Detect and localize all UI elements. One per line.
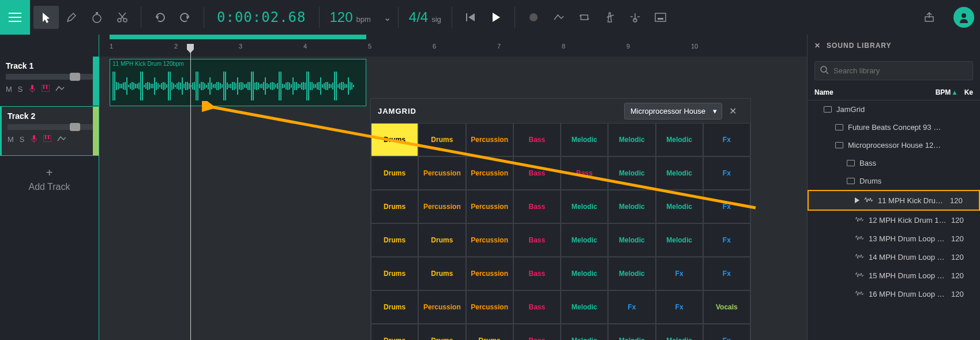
jamgrid-cell-drums[interactable]: Drums: [371, 156, 418, 190]
jamgrid-cell-fx[interactable]: Fx: [703, 324, 750, 340]
record-button[interactable]: [521, 6, 546, 29]
jamgrid-cell-bass[interactable]: Bass: [513, 123, 561, 156]
jamgrid-cell-melodic[interactable]: Melodic: [561, 324, 608, 340]
jamgrid-cell-bass[interactable]: Bass: [513, 190, 561, 223]
jamgrid-cell-melodic[interactable]: Melodic: [656, 324, 703, 340]
jamgrid-cell-fx[interactable]: Fx: [656, 257, 703, 290]
track-name[interactable]: Track 1: [6, 61, 93, 70]
jamgrid-close-button[interactable]: ✕: [722, 101, 744, 121]
mic-icon[interactable]: [31, 134, 37, 144]
jamgrid-cell-melodic[interactable]: Melodic: [561, 223, 608, 257]
sound-item[interactable]: 12 MPH Kick Drum 12…120: [808, 211, 980, 229]
jamgrid-cell-drums[interactable]: Drums: [418, 123, 465, 156]
metronome-button[interactable]: [597, 6, 622, 29]
search-input[interactable]: [814, 61, 973, 80]
jamgrid-cell-fx[interactable]: Fx: [703, 223, 750, 257]
jamgrid-cell-perc[interactable]: Percussion: [466, 190, 513, 223]
jamgrid-cell-melodic[interactable]: Melodic: [608, 223, 655, 257]
jamgrid-cell-perc[interactable]: Percussion: [466, 290, 513, 324]
redo-button[interactable]: [172, 6, 198, 29]
jamgrid-cell-melodic[interactable]: Melodic: [656, 123, 703, 156]
piano-icon[interactable]: [42, 85, 50, 94]
jamgrid-cell-perc[interactable]: Percussion: [466, 156, 513, 190]
jamgrid-cell-perc[interactable]: Percussion: [466, 123, 513, 156]
solo-button[interactable]: S: [20, 135, 25, 144]
jamgrid-cell-drums[interactable]: Drums: [418, 324, 465, 340]
user-icon[interactable]: [953, 7, 974, 28]
jamgrid-cell-drums[interactable]: Drums: [371, 223, 418, 257]
track-2[interactable]: Track 2 M S: [0, 106, 99, 156]
jamgrid-cell-fx[interactable]: Fx: [656, 290, 703, 324]
playhead[interactable]: [190, 44, 191, 340]
jamgrid-cell-bass[interactable]: Bass: [561, 156, 608, 190]
sound-item[interactable]: 11 MPH Kick Drum 12…120: [808, 190, 980, 211]
automation-icon[interactable]: [55, 85, 65, 94]
count-in-button[interactable]: [622, 6, 648, 29]
pencil-tool[interactable]: [59, 6, 84, 29]
folder-item[interactable]: Microprocessor House 12…: [808, 136, 980, 154]
automation-button[interactable]: [546, 6, 572, 29]
jamgrid-cell-fx[interactable]: Fx: [608, 290, 655, 324]
jamgrid-cell-fx[interactable]: Fx: [703, 156, 750, 190]
timesig-display[interactable]: 4/4 sig: [401, 9, 449, 25]
jamgrid-cell-melodic[interactable]: Melodic: [608, 190, 655, 223]
bpm-display[interactable]: 120 bpm: [322, 9, 379, 25]
jamgrid-cell-bass[interactable]: Bass: [513, 257, 561, 290]
undo-button[interactable]: [147, 6, 172, 29]
jamgrid-cell-melodic[interactable]: Melodic: [656, 190, 703, 223]
jamgrid-cell-bass[interactable]: Bass: [513, 324, 561, 340]
cut-tool[interactable]: [110, 6, 135, 29]
play-button[interactable]: [483, 6, 509, 29]
jamgrid-cell-drums[interactable]: Drums: [371, 324, 418, 340]
add-track-button[interactable]: + Add Track: [0, 156, 99, 203]
jamgrid-cell-perc[interactable]: Percussion: [418, 290, 465, 324]
column-bpm[interactable]: BPM ▴: [936, 88, 964, 96]
sound-item[interactable]: 16 MPH Drum Loop 1…120: [808, 285, 980, 303]
mute-button[interactable]: M: [6, 85, 12, 94]
jamgrid-cell-perc[interactable]: Percussion: [466, 223, 513, 257]
track-1[interactable]: Track 1 M S: [0, 57, 99, 106]
jamgrid-cell-drums[interactable]: Drums: [371, 257, 418, 290]
jamgrid-cell-fx[interactable]: Fx: [703, 257, 750, 290]
folder-item[interactable]: Bass: [808, 154, 980, 172]
jamgrid-cell-melodic[interactable]: Melodic: [608, 324, 655, 340]
sound-item[interactable]: 14 MPH Drum Loop 1…120: [808, 248, 980, 266]
jamgrid-cell-fx[interactable]: Fx: [703, 190, 750, 223]
track-volume-slider[interactable]: [6, 74, 93, 80]
audio-clip[interactable]: 11 MPH Kick Drum 120bpm: [110, 59, 366, 106]
jamgrid-cell-melodic[interactable]: Melodic: [561, 190, 608, 223]
jamgrid-cell-drums[interactable]: Drums: [418, 257, 465, 290]
jamgrid-cell-drums[interactable]: Drums: [371, 123, 418, 156]
jamgrid-cell-bass[interactable]: Bass: [513, 290, 561, 324]
solo-button[interactable]: S: [18, 85, 23, 94]
jamgrid-cell-drums[interactable]: Drums: [371, 290, 418, 324]
mute-button[interactable]: M: [7, 135, 14, 144]
jamgrid-cell-melodic[interactable]: Melodic: [608, 156, 655, 190]
bpm-dropdown-icon[interactable]: ⌄: [379, 12, 396, 23]
track-name[interactable]: Track 2: [7, 111, 93, 121]
jamgrid-cell-perc[interactable]: Percussion: [418, 190, 465, 223]
stopwatch-tool[interactable]: [84, 6, 110, 29]
piano-icon[interactable]: [43, 135, 51, 144]
time-display[interactable]: 0:00:02.68: [206, 9, 317, 25]
jamgrid-cell-bass[interactable]: Bass: [513, 156, 561, 190]
automation-icon[interactable]: [57, 135, 66, 144]
jamgrid-cell-vocals[interactable]: Vocals: [703, 290, 750, 324]
jamgrid-cell-bass[interactable]: Bass: [513, 223, 561, 257]
timeline-ruler[interactable]: 12345678910: [99, 35, 807, 57]
jamgrid-preset-select[interactable]: Microprocessor House ▾: [624, 103, 722, 119]
jamgrid-cell-fx[interactable]: Fx: [703, 123, 750, 156]
track-volume-slider[interactable]: [7, 124, 93, 130]
pointer-tool[interactable]: [33, 6, 59, 29]
jamgrid-cell-melodic[interactable]: Melodic: [561, 290, 608, 324]
jamgrid-cell-melodic[interactable]: Melodic: [608, 123, 655, 156]
jamgrid-cell-melodic[interactable]: Melodic: [608, 257, 655, 290]
jamgrid-cell-melodic[interactable]: Melodic: [561, 257, 608, 290]
sound-item[interactable]: 13 MPH Drum Loop 1…120: [808, 229, 980, 248]
jamgrid-cell-drums[interactable]: Drums: [418, 223, 465, 257]
jamgrid-cell-drums[interactable]: Drums: [371, 190, 418, 223]
rewind-button[interactable]: [458, 6, 483, 29]
jamgrid-cell-melodic[interactable]: Melodic: [656, 156, 703, 190]
folder-item[interactable]: Future Beats Concept 93 …: [808, 118, 980, 136]
close-icon[interactable]: ✕: [814, 42, 821, 50]
